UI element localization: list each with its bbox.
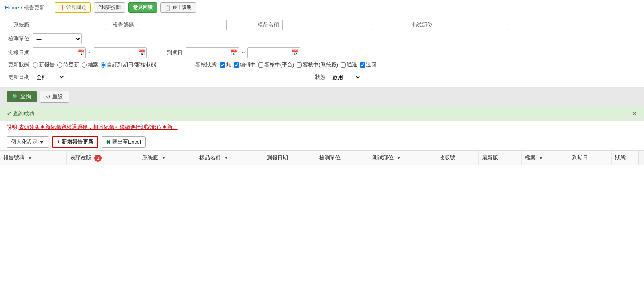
reset-button[interactable]: ↺ 重設	[40, 91, 69, 103]
header-rev-badge: 1	[94, 155, 102, 162]
review-status-approved[interactable]: 通過	[341, 61, 357, 69]
info-text: 說明:表頭改版更新紀錄審核通過後，相同紀錄可繼續進行測試部位更新。	[0, 121, 644, 133]
review-status-reviewing-platform[interactable]: 審核中(平台)	[258, 61, 294, 69]
table-header-row: 報告號碼 ▼ 表頭改版 1 系統廠 ▼ 樣品名稱 ▼ 測報日期	[0, 151, 644, 165]
filter-file-icon[interactable]: ▼	[539, 155, 543, 160]
col-system-vendor: 系統廠 ▼	[139, 151, 196, 165]
expire-date-end-calendar-icon[interactable]: 📅	[292, 49, 299, 56]
reset-icon: ↺	[46, 94, 51, 100]
test-unit-label: 檢測單位	[7, 35, 29, 42]
test-dept-input[interactable]	[436, 20, 509, 30]
col-test-unit: 檢測單位	[316, 151, 369, 165]
personalize-button[interactable]: 個人化設定 ▼	[7, 136, 49, 148]
col-header-rev: 表頭改版 1	[66, 151, 139, 165]
test-date-range: 📅 ~ 📅	[33, 47, 147, 58]
col-rev-no: 改版號	[436, 151, 478, 165]
system-vendor-input[interactable]	[33, 20, 106, 30]
col-expire-date: 到期日	[569, 151, 611, 165]
review-status-label: 審核狀態	[192, 61, 217, 69]
review-status-group: 無 編輯中 審核中(平台) 審核中(系統廠) 通過 退回	[220, 61, 376, 69]
review-status-reviewing-vendor[interactable]: 審核中(系統廠)	[297, 61, 338, 69]
expire-date-tilde: ~	[241, 49, 246, 56]
col-sample-name: 樣品名稱 ▼	[196, 151, 263, 165]
col-test-date: 測報日期	[263, 151, 316, 165]
vertical-scrollbar[interactable]	[638, 151, 644, 165]
test-date-start-wrap: 📅	[33, 47, 86, 58]
status-select[interactable]: 啟用 停用 全部	[329, 72, 361, 82]
search-form: 系統廠 報告號碼 樣品名稱 測試部位 檢測單位 --- 測報日期 📅 ~ 📅	[0, 15, 644, 87]
personalize-dropdown-icon: ▼	[39, 139, 44, 145]
test-date-start-calendar-icon[interactable]: 📅	[77, 49, 84, 56]
info-prefix: 說明:	[7, 124, 19, 130]
test-date-tilde: ~	[87, 49, 92, 56]
report-no-input[interactable]	[137, 20, 227, 30]
report-no-label: 報告號碼	[109, 21, 134, 29]
expire-date-range: 📅 ~ 📅	[186, 47, 300, 58]
close-success-button[interactable]: ✕	[632, 110, 637, 117]
ask-label: ?我要提問	[98, 4, 121, 11]
add-report-button[interactable]: + 新增報告更新	[52, 136, 98, 148]
form-row-5: 更新日期 全部 今日 本週 本月 狀態 啟用 停用 全部	[7, 72, 637, 82]
form-row-1: 系統廠 報告號碼 樣品名稱 測試部位	[7, 20, 637, 30]
ask-button[interactable]: ?我要提問	[94, 2, 125, 13]
update-date-select[interactable]: 全部 今日 本週 本月	[33, 72, 65, 82]
online-help-icon: 📋	[165, 5, 171, 11]
sample-name-input[interactable]	[282, 20, 372, 30]
reset-label: 重設	[52, 93, 63, 100]
online-help-label: 線上說明	[172, 4, 192, 11]
sample-name-label: 樣品名稱	[255, 21, 279, 29]
data-table: 報告號碼 ▼ 表頭改版 1 系統廠 ▼ 樣品名稱 ▼ 測報日期	[0, 151, 644, 165]
update-status-pending[interactable]: 待更新	[57, 61, 79, 69]
review-status-editing[interactable]: 編輯中	[234, 61, 256, 69]
expire-date-end-wrap: 📅	[247, 47, 300, 58]
filter-system-vendor-icon[interactable]: ▼	[162, 155, 166, 160]
success-text: ✔ 查詢成功	[7, 110, 34, 117]
update-status-group: 新報告 待更新 結案 自訂到期日/審核狀態	[33, 61, 156, 69]
breadcrumb-home[interactable]: Home	[5, 4, 19, 11]
info-link[interactable]: 表頭改版更新紀錄審核通過後，相同紀錄可繼續進行測試部位更新。	[19, 124, 178, 130]
breadcrumb: Home / 報告更新	[5, 4, 45, 11]
col-test-dept: 測試部位 ▼	[369, 151, 436, 165]
test-date-end-calendar-icon[interactable]: 📅	[138, 49, 145, 56]
online-help-button[interactable]: 📋 線上說明	[160, 2, 196, 13]
search-icon: 🔍	[12, 94, 19, 100]
export-excel-label: 匯出至Excel	[112, 138, 141, 146]
excel-icon: ✖	[106, 139, 111, 145]
feedback-label: 意見回饋	[133, 4, 153, 11]
update-status-closed[interactable]: 結案	[82, 61, 98, 69]
top-nav: Home / 報告更新 ❗ 常見問題 ?我要提問 意見回饋 📋 線上說明	[0, 0, 644, 15]
test-date-end-wrap: 📅	[94, 47, 147, 58]
form-row-4: 更新狀態 新報告 待更新 結案 自訂到期日/審核狀態 審核狀態 無 編輯中 審核…	[7, 61, 637, 69]
expire-date-start-wrap: 📅	[186, 47, 239, 58]
expire-date-start-calendar-icon[interactable]: 📅	[230, 49, 237, 56]
filter-test-dept-icon[interactable]: ▼	[396, 155, 401, 160]
col-latest-ver: 最新版	[478, 151, 521, 165]
review-status-none[interactable]: 無	[220, 61, 231, 69]
update-date-label: 更新日期	[7, 73, 29, 81]
query-button[interactable]: 🔍 查詢	[7, 91, 37, 102]
update-status-custom[interactable]: 自訂到期日/審核狀態	[101, 61, 156, 69]
faq-label: 常見問題	[66, 4, 86, 11]
system-vendor-label: 系統廠	[7, 21, 29, 29]
action-row: 🔍 查詢 ↺ 重設	[0, 87, 644, 106]
faq-button[interactable]: ❗ 常見問題	[55, 2, 91, 13]
update-status-new[interactable]: 新報告	[33, 61, 55, 69]
update-status-label: 更新狀態	[7, 61, 29, 69]
test-unit-select[interactable]: ---	[33, 33, 82, 44]
col-report-no: 報告號碼 ▼	[0, 151, 66, 165]
expire-date-label: 到期日	[166, 49, 183, 56]
feedback-button[interactable]: 意見回饋	[128, 2, 157, 13]
filter-report-no-icon[interactable]: ▼	[28, 155, 32, 160]
table-wrapper: 報告號碼 ▼ 表頭改版 1 系統廠 ▼ 樣品名稱 ▼ 測報日期	[0, 151, 644, 165]
test-date-label: 測報日期	[7, 49, 29, 56]
status-label: 狀態	[313, 73, 325, 81]
form-row-2: 檢測單位 ---	[7, 33, 637, 44]
personalize-label: 個人化設定	[11, 138, 38, 146]
export-excel-button[interactable]: ✖ 匯出至Excel	[102, 136, 146, 148]
breadcrumb-separator: /	[21, 4, 22, 11]
toolbar: 個人化設定 ▼ + 新增報告更新 ✖ 匯出至Excel	[0, 133, 644, 150]
query-label: 查詢	[20, 93, 31, 100]
filter-sample-name-icon[interactable]: ▼	[224, 155, 228, 160]
col-file: 檔案 ▼	[522, 151, 569, 165]
review-status-returned[interactable]: 退回	[360, 61, 376, 69]
